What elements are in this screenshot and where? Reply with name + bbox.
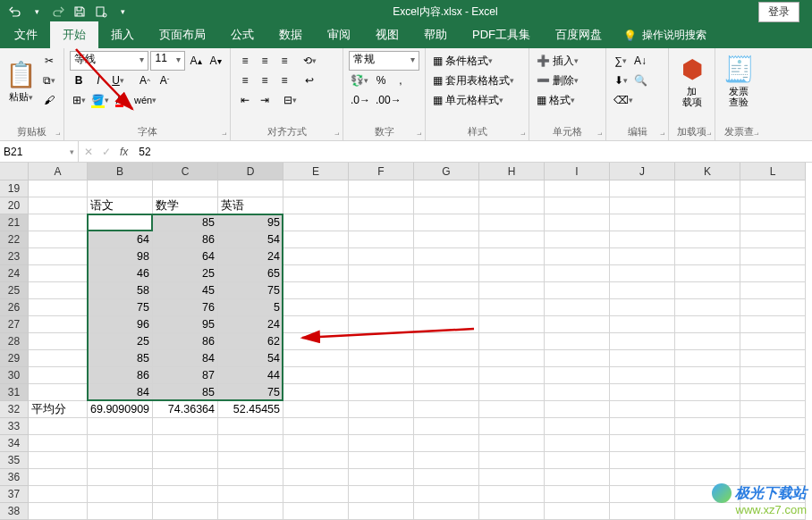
cell-J25[interactable] [610, 282, 675, 299]
cell-J36[interactable] [610, 469, 675, 486]
cell-E20[interactable] [283, 197, 349, 214]
print-preview-icon[interactable] [91, 2, 111, 21]
cell-F21[interactable] [349, 214, 414, 231]
cell-F38[interactable] [349, 503, 414, 520]
redo-dropdown-icon[interactable]: ▾ [27, 2, 47, 21]
cell-A33[interactable] [29, 418, 88, 435]
cell-C29[interactable]: 84 [153, 350, 218, 367]
cell-C32[interactable]: 74.36364 [153, 401, 218, 418]
tab-pdf[interactable]: PDF工具集 [460, 21, 543, 48]
cell-D22[interactable]: 54 [218, 231, 283, 248]
cell-L30[interactable] [740, 367, 806, 384]
tab-help[interactable]: 帮助 [411, 21, 460, 48]
cell-G35[interactable] [414, 452, 479, 469]
cell-H19[interactable] [479, 180, 545, 197]
row-header-25[interactable]: 25 [0, 282, 29, 299]
cell-H36[interactable] [479, 469, 545, 486]
cell-J32[interactable] [610, 401, 675, 418]
conditional-format-button[interactable]: ▦ 条件格式▾ [431, 51, 495, 71]
cell-L25[interactable] [740, 282, 806, 299]
cell-L28[interactable] [740, 333, 806, 350]
merge-button[interactable]: ⊟▾ [281, 90, 299, 110]
cell-I36[interactable] [545, 469, 610, 486]
select-all-corner[interactable] [0, 163, 29, 180]
cell-D30[interactable]: 44 [218, 367, 283, 384]
cell-E27[interactable] [283, 316, 349, 333]
cell-C34[interactable] [153, 435, 218, 452]
column-header-J[interactable]: J [610, 163, 675, 180]
cell-K22[interactable] [675, 231, 740, 248]
cell-H20[interactable] [479, 197, 545, 214]
cell-E35[interactable] [283, 452, 349, 469]
cell-A38[interactable] [29, 503, 88, 520]
cell-D21[interactable]: 95 [218, 214, 283, 231]
cell-B34[interactable] [88, 435, 153, 452]
cell-A36[interactable] [29, 469, 88, 486]
cell-E38[interactable] [283, 503, 349, 520]
cell-H32[interactable] [479, 401, 545, 418]
cell-D28[interactable]: 62 [218, 333, 283, 350]
cell-D26[interactable]: 5 [218, 299, 283, 316]
cell-G34[interactable] [414, 435, 479, 452]
cell-K34[interactable] [675, 435, 740, 452]
cell-F36[interactable] [349, 469, 414, 486]
cell-A21[interactable] [29, 214, 88, 231]
cell-G19[interactable] [414, 180, 479, 197]
cell-D36[interactable] [218, 469, 283, 486]
cell-G24[interactable] [414, 265, 479, 282]
cell-L23[interactable] [740, 248, 806, 265]
cell-J21[interactable] [610, 214, 675, 231]
cell-D33[interactable] [218, 418, 283, 435]
spreadsheet-grid[interactable]: ABCDEFGHIJKL 192021222324252627282930313… [0, 163, 812, 520]
cell-D23[interactable]: 24 [218, 248, 283, 265]
row-header-32[interactable]: 32 [0, 401, 29, 418]
cell-G29[interactable] [414, 350, 479, 367]
row-header-26[interactable]: 26 [0, 299, 29, 316]
column-header-B[interactable]: B [88, 163, 153, 180]
wrap-text-button[interactable]: ↩ [300, 71, 318, 90]
cell-D20[interactable]: 英语 [218, 197, 283, 214]
cell-E36[interactable] [283, 469, 349, 486]
font-shrink-button[interactable]: Aˇ [156, 71, 173, 90]
cell-F37[interactable] [349, 486, 414, 503]
cell-area[interactable]: 语文数学英语5285956486549864244625655845757576… [29, 180, 812, 520]
cell-G30[interactable] [414, 367, 479, 384]
cell-K27[interactable] [675, 316, 740, 333]
cell-C19[interactable] [153, 180, 218, 197]
cell-D37[interactable] [218, 486, 283, 503]
cell-A25[interactable] [29, 282, 88, 299]
cell-L26[interactable] [740, 299, 806, 316]
format-cells-button[interactable]: ▦ 格式▾ [535, 90, 577, 110]
addin-button[interactable]: ⬢ 加 载项 [674, 51, 709, 110]
cell-G26[interactable] [414, 299, 479, 316]
cell-F26[interactable] [349, 299, 414, 316]
cell-K21[interactable] [675, 214, 740, 231]
cell-H21[interactable] [479, 214, 545, 231]
cell-I19[interactable] [545, 180, 610, 197]
cell-I38[interactable] [545, 503, 610, 520]
cell-I29[interactable] [545, 350, 610, 367]
cell-K30[interactable] [675, 367, 740, 384]
cell-J24[interactable] [610, 265, 675, 282]
cell-J37[interactable] [610, 486, 675, 503]
column-header-C[interactable]: C [153, 163, 218, 180]
cell-G27[interactable] [414, 316, 479, 333]
increase-decimal-button[interactable]: .0→ [349, 90, 372, 110]
cell-I25[interactable] [545, 282, 610, 299]
cell-C36[interactable] [153, 469, 218, 486]
cell-K33[interactable] [675, 418, 740, 435]
cell-H24[interactable] [479, 265, 545, 282]
cell-J23[interactable] [610, 248, 675, 265]
cell-C25[interactable]: 45 [153, 282, 218, 299]
cell-K23[interactable] [675, 248, 740, 265]
cell-D31[interactable]: 75 [218, 384, 283, 401]
cell-I22[interactable] [545, 231, 610, 248]
decrease-font-button[interactable]: A▾ [207, 51, 224, 71]
column-header-K[interactable]: K [675, 163, 740, 180]
cell-C33[interactable] [153, 418, 218, 435]
align-top-button[interactable]: ≡ [236, 51, 254, 71]
cell-B24[interactable]: 46 [88, 265, 153, 282]
cell-G23[interactable] [414, 248, 479, 265]
align-center-button[interactable]: ≡ [256, 71, 274, 90]
cell-E26[interactable] [283, 299, 349, 316]
